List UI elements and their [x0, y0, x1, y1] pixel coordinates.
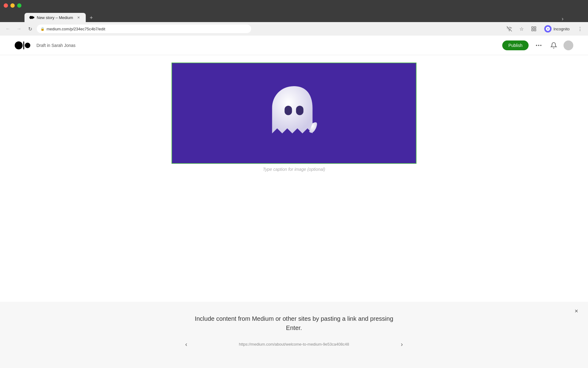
svg-point-4	[509, 30, 510, 31]
extensions-icon[interactable]	[530, 25, 538, 33]
more-dot-2	[538, 45, 539, 46]
svg-point-0	[29, 16, 32, 19]
notifications-button[interactable]	[549, 40, 559, 50]
tab-title: New story – Medium	[37, 15, 74, 20]
logo-bar	[23, 41, 24, 49]
more-dot-1	[536, 45, 537, 46]
header-actions: Publish	[502, 40, 573, 50]
url-text: medium.com/p/234ec75c4b7/edit	[47, 27, 105, 31]
svg-rect-8	[534, 29, 536, 31]
screenshare-icon[interactable]	[505, 25, 514, 33]
incognito-avatar	[544, 25, 552, 33]
tip-nav-area: ‹ https://medium.com/about/welcome-to-me…	[156, 339, 432, 350]
editor-inner: Type caption for image (optional)	[172, 55, 417, 186]
tip-example-link: https://medium.com/about/welcome-to-medi…	[192, 342, 396, 347]
logo-big-circle	[15, 41, 23, 49]
more-dot-3	[540, 45, 541, 46]
medium-header: Draft in Sarah Jonas Publish	[0, 36, 588, 55]
active-tab[interactable]: New story – Medium ✕	[24, 13, 86, 22]
forward-button[interactable]: →	[15, 25, 23, 33]
title-bar	[0, 0, 588, 11]
more-options-button[interactable]	[533, 44, 544, 47]
tip-prev-button[interactable]: ‹	[181, 339, 192, 350]
svg-rect-10	[296, 106, 303, 115]
draft-label: Draft in Sarah Jonas	[36, 43, 76, 48]
svg-point-2	[32, 17, 34, 18]
chrome-more-button[interactable]: ⋮	[576, 25, 584, 33]
close-window-button[interactable]	[4, 3, 8, 8]
logo-small-circle	[25, 43, 30, 48]
tip-line2: Enter.	[286, 324, 302, 331]
profile-button[interactable]: Incognito	[542, 24, 572, 34]
image-block[interactable]: Type caption for image (optional)	[172, 63, 417, 172]
ghost-svg-icon	[260, 79, 328, 147]
svg-rect-7	[532, 29, 533, 31]
maximize-window-button[interactable]	[17, 3, 21, 8]
user-avatar[interactable]	[564, 40, 573, 50]
tab-close-button[interactable]: ✕	[76, 15, 81, 20]
minimize-window-button[interactable]	[10, 3, 15, 8]
new-tab-button[interactable]: +	[87, 13, 96, 22]
bookmark-icon[interactable]: ☆	[517, 25, 526, 33]
tab-favicon	[29, 15, 34, 20]
back-button[interactable]: ←	[4, 25, 12, 33]
url-bar[interactable]: 🔒 medium.com/p/234ec75c4b7/edit	[37, 25, 251, 33]
medium-logo: Draft in Sarah Jonas	[15, 41, 76, 49]
logo-mark	[15, 41, 30, 49]
address-bar: ← → ↻ 🔒 medium.com/p/234ec75c4b7/edit ☆	[0, 22, 588, 36]
svg-rect-9	[285, 106, 292, 115]
tip-close-button[interactable]: ×	[572, 307, 581, 315]
tip-text: Include content from Medium or other sit…	[195, 314, 393, 332]
reload-button[interactable]: ↻	[26, 25, 34, 33]
svg-rect-5	[532, 27, 533, 28]
profile-label: Incognito	[553, 27, 570, 31]
publish-button[interactable]: Publish	[502, 40, 529, 50]
browser-chrome: New story – Medium ✕ + › ← → ↻ 🔒 medium.…	[0, 0, 588, 36]
traffic-lights	[4, 3, 21, 8]
tip-line1: Include content from Medium or other sit…	[195, 315, 393, 322]
image-caption[interactable]: Type caption for image (optional)	[172, 167, 417, 172]
address-actions: ☆ Incognito ⋮	[505, 24, 584, 34]
lock-icon: 🔒	[40, 27, 45, 31]
tip-next-button[interactable]: ›	[396, 339, 407, 350]
tab-bar: New story – Medium ✕ + ›	[0, 11, 588, 22]
story-image[interactable]	[172, 63, 417, 164]
tab-extend-button[interactable]: ›	[562, 16, 564, 22]
svg-rect-6	[534, 27, 536, 28]
tip-panel: × Include content from Medium or other s…	[0, 302, 588, 368]
